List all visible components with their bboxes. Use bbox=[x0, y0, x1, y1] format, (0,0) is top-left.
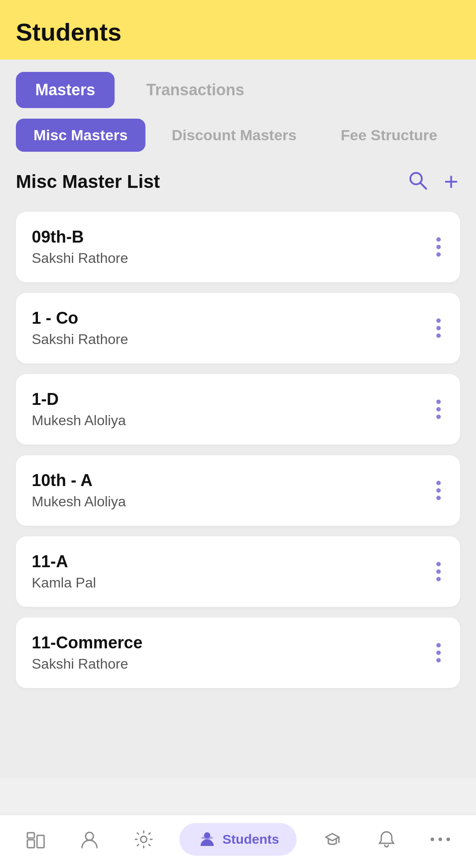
more-icon bbox=[430, 837, 450, 842]
svg-line-1 bbox=[420, 183, 426, 189]
dots-icon bbox=[436, 481, 441, 500]
students-icon bbox=[197, 829, 217, 849]
dots-icon bbox=[436, 643, 441, 662]
svg-point-11 bbox=[446, 838, 450, 841]
list-actions: + bbox=[405, 168, 460, 196]
tab-discount-masters[interactable]: Discount Masters bbox=[154, 119, 314, 152]
search-button[interactable] bbox=[405, 168, 430, 196]
more-options-button[interactable] bbox=[433, 641, 444, 664]
nav-item-settings[interactable] bbox=[126, 825, 162, 854]
nav-item-students[interactable]: Students bbox=[179, 823, 297, 856]
header: Students bbox=[0, 0, 476, 60]
item-sub: Sakshi Rathore bbox=[32, 331, 128, 348]
item-name: 09th-B bbox=[32, 228, 128, 247]
profile-icon bbox=[79, 829, 100, 849]
content-area: Misc Master List + 09th-B Sakshi Rathore bbox=[0, 152, 476, 778]
list-header: Misc Master List + bbox=[16, 168, 460, 196]
bottom-nav: Students bbox=[0, 815, 476, 868]
list-title: Misc Master List bbox=[16, 171, 160, 192]
item-sub: Mukesh Aloliya bbox=[32, 494, 126, 510]
dots-icon bbox=[436, 237, 441, 257]
tab-masters[interactable]: Masters bbox=[16, 72, 115, 108]
dots-icon bbox=[436, 400, 441, 419]
more-options-button[interactable] bbox=[433, 479, 444, 502]
svg-rect-3 bbox=[27, 833, 34, 838]
more-options-button[interactable] bbox=[433, 398, 444, 421]
dashboard-icon bbox=[26, 829, 46, 849]
tab-transactions[interactable]: Transactions bbox=[127, 72, 264, 108]
nav-item-academics[interactable] bbox=[314, 825, 350, 854]
svg-point-10 bbox=[439, 838, 442, 841]
svg-rect-4 bbox=[37, 835, 44, 848]
list-item: 11-Commerce Sakshi Rathore bbox=[16, 617, 460, 688]
search-icon bbox=[407, 169, 428, 191]
list-item: 10th - A Mukesh Aloliya bbox=[16, 455, 460, 526]
item-sub: Sakshi Rathore bbox=[32, 250, 128, 266]
item-name: 1 - Co bbox=[32, 309, 128, 328]
item-sub: Kamla Pal bbox=[32, 575, 96, 591]
item-info: 1 - Co Sakshi Rathore bbox=[32, 309, 128, 348]
item-info: 11-Commerce Sakshi Rathore bbox=[32, 633, 142, 672]
list-item: 11-A Kamla Pal bbox=[16, 536, 460, 607]
tab-misc-masters[interactable]: Misc Masters bbox=[16, 119, 145, 152]
nav-item-profile[interactable] bbox=[71, 825, 108, 854]
item-sub: Sakshi Rathore bbox=[32, 656, 142, 672]
page-title: Students bbox=[16, 18, 460, 46]
dots-icon bbox=[436, 562, 441, 581]
list-item: 1 - Co Sakshi Rathore bbox=[16, 293, 460, 363]
settings-icon bbox=[134, 829, 154, 849]
item-sub: Mukesh Aloliya bbox=[32, 412, 126, 429]
item-name: 11-Commerce bbox=[32, 633, 142, 652]
tab-bar-2: Misc Masters Discount Masters Fee Struct… bbox=[0, 108, 476, 152]
nav-item-notifications[interactable] bbox=[368, 825, 405, 854]
svg-point-5 bbox=[86, 832, 93, 840]
list-item: 1-D Mukesh Aloliya bbox=[16, 374, 460, 445]
tab-fee-structure[interactable]: Fee Structure bbox=[323, 119, 455, 152]
list-container: 09th-B Sakshi Rathore 1 - Co Sakshi Rath… bbox=[16, 212, 460, 688]
list-item: 09th-B Sakshi Rathore bbox=[16, 212, 460, 282]
item-name: 11-A bbox=[32, 552, 96, 571]
more-options-button[interactable] bbox=[433, 317, 444, 340]
academics-icon bbox=[322, 829, 342, 849]
svg-rect-2 bbox=[27, 840, 34, 848]
more-options-button[interactable] bbox=[433, 560, 444, 583]
add-button[interactable]: + bbox=[442, 168, 460, 196]
item-info: 1-D Mukesh Aloliya bbox=[32, 390, 126, 429]
nav-item-more[interactable] bbox=[422, 833, 458, 846]
dots-icon bbox=[436, 318, 441, 338]
item-info: 10th - A Mukesh Aloliya bbox=[32, 471, 126, 510]
nav-item-dashboard[interactable] bbox=[18, 825, 54, 854]
tab-bar-1: Masters Transactions bbox=[0, 60, 476, 108]
item-name: 1-D bbox=[32, 390, 126, 409]
notifications-icon bbox=[376, 829, 397, 849]
svg-point-6 bbox=[141, 836, 147, 842]
svg-point-9 bbox=[431, 838, 434, 841]
more-options-button[interactable] bbox=[433, 236, 444, 258]
item-info: 09th-B Sakshi Rathore bbox=[32, 228, 128, 266]
item-info: 11-A Kamla Pal bbox=[32, 552, 96, 591]
item-name: 10th - A bbox=[32, 471, 126, 490]
students-nav-label: Students bbox=[223, 832, 279, 847]
